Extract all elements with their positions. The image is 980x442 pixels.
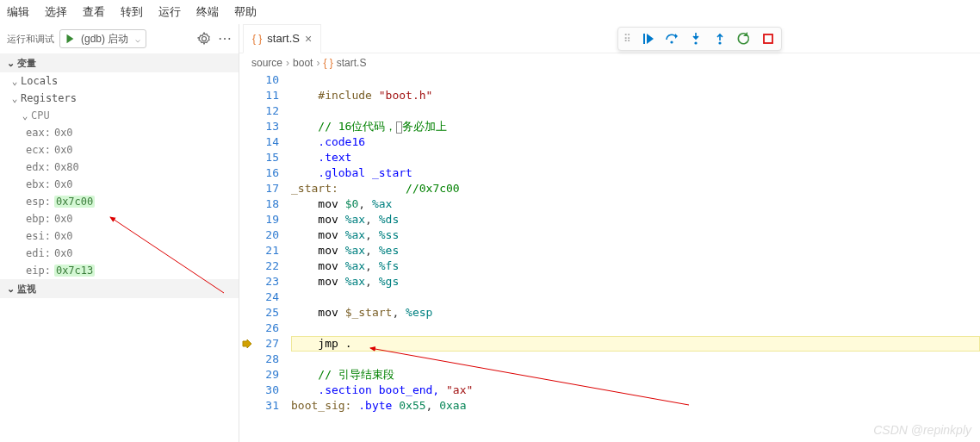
line-number[interactable]: 16 <box>255 165 291 181</box>
locals-node[interactable]: ⌄ Locals <box>0 72 239 90</box>
code-line[interactable]: // 引导结束段 <box>291 367 980 383</box>
chevron-right-icon: › <box>316 57 319 69</box>
code-line[interactable]: .text <box>291 150 980 165</box>
breadcrumbs[interactable]: source› boot› { } start.S <box>239 53 980 72</box>
close-icon[interactable]: × <box>305 32 312 46</box>
register-row[interactable]: eax: 0x0 <box>0 124 239 141</box>
code-line[interactable]: mov %ax, %gs <box>291 274 980 289</box>
line-number[interactable]: 19 <box>255 212 291 227</box>
step-out-button[interactable] <box>712 31 728 47</box>
register-row[interactable]: ebx: 0x0 <box>0 176 239 193</box>
register-value: 0x0 <box>54 230 73 242</box>
more-icon[interactable]: ⋯ <box>218 32 232 46</box>
line-number[interactable]: 10 <box>255 72 291 88</box>
register-row[interactable]: esi: 0x0 <box>0 227 239 245</box>
line-number[interactable]: 22 <box>255 258 291 274</box>
menu-item[interactable]: 编辑 <box>7 4 29 20</box>
line-number[interactable]: 31 <box>255 398 291 414</box>
register-row[interactable]: ebp: 0x0 <box>0 210 239 227</box>
stop-button[interactable] <box>760 31 776 47</box>
line-number[interactable]: 23 <box>255 274 291 289</box>
register-value: 0x0 <box>54 178 73 190</box>
register-row[interactable]: ecx: 0x0 <box>0 141 239 159</box>
code-line[interactable]: jmp . <box>291 336 980 352</box>
registers-node[interactable]: ⌄ Registers <box>0 90 239 107</box>
menu-item[interactable]: 终端 <box>196 4 219 20</box>
code-line[interactable]: // 16位代码，务必加上 <box>291 119 980 134</box>
line-number[interactable]: 30 <box>255 383 291 398</box>
line-number[interactable]: 21 <box>255 243 291 258</box>
debug-controls[interactable]: ⠿ <box>617 27 782 51</box>
code-line[interactable] <box>291 103 980 119</box>
line-number[interactable]: 13 <box>255 119 291 134</box>
line-number[interactable]: 27 <box>255 336 291 352</box>
section-variables[interactable]: ⌄ 变量 <box>0 53 239 72</box>
line-number[interactable]: 11 <box>255 88 291 103</box>
section-watch[interactable]: ⌄ 监视 <box>0 279 239 298</box>
launch-config-select[interactable]: (gdb) 启动 ⌵ <box>59 29 146 48</box>
line-number[interactable]: 26 <box>255 321 291 336</box>
code-line[interactable]: .section boot_end, "ax" <box>291 383 980 398</box>
line-number[interactable]: 18 <box>255 196 291 212</box>
crumb[interactable]: start.S <box>337 57 367 69</box>
crumb[interactable]: boot <box>293 57 313 69</box>
code-line[interactable] <box>291 321 980 336</box>
register-row[interactable]: esp: 0x7c00 <box>0 193 239 210</box>
code-line[interactable]: mov %ax, %fs <box>291 258 980 274</box>
continue-button[interactable] <box>640 31 655 47</box>
code-line[interactable]: mov %ax, %ss <box>291 227 980 243</box>
gear-icon[interactable] <box>197 32 211 46</box>
register-row[interactable]: edi: 0x0 <box>0 245 239 262</box>
line-number[interactable]: 28 <box>255 352 291 367</box>
menu-bar: 编辑选择查看转到运行终端帮助 <box>0 0 980 24</box>
crumb[interactable]: source <box>251 57 282 69</box>
code-line[interactable]: mov %ax, %es <box>291 243 980 258</box>
menu-item[interactable]: 运行 <box>158 4 181 20</box>
register-row[interactable]: eip: 0x7c13 <box>0 262 239 279</box>
menu-item[interactable]: 帮助 <box>234 4 257 20</box>
line-number[interactable]: 20 <box>255 227 291 243</box>
line-number[interactable]: 29 <box>255 367 291 383</box>
line-number[interactable]: 14 <box>255 134 291 150</box>
line-number[interactable]: 25 <box>255 305 291 321</box>
register-value: 0x0 <box>54 127 73 139</box>
code-line[interactable] <box>291 72 980 88</box>
line-number[interactable]: 17 <box>255 181 291 196</box>
chevron-down-icon: ⌄ <box>9 93 21 104</box>
section-title: 监视 <box>17 283 36 296</box>
line-number[interactable]: 12 <box>255 103 291 119</box>
step-into-button[interactable] <box>688 31 704 47</box>
code-line[interactable]: #include "boot.h" <box>291 88 980 103</box>
run-debug-label: 运行和调试 <box>7 33 54 46</box>
line-number[interactable]: 15 <box>255 150 291 165</box>
register-value: 0x0 <box>54 144 73 156</box>
step-over-button[interactable] <box>664 31 679 47</box>
code-line[interactable]: boot_sig: .byte 0x55, 0xaa <box>291 398 980 414</box>
grip-icon[interactable]: ⠿ <box>623 33 631 45</box>
register-value: 0x7c00 <box>54 196 95 208</box>
register-row[interactable]: edx: 0x80 <box>0 159 239 176</box>
code-line[interactable]: mov $_start, %esp <box>291 305 980 321</box>
code-line[interactable]: .global _start <box>291 165 980 181</box>
register-name: esp: <box>26 196 51 208</box>
register-name: eax: <box>26 127 51 139</box>
menu-item[interactable]: 选择 <box>45 4 67 20</box>
register-name: edx: <box>26 161 51 173</box>
code-line[interactable]: mov %ax, %ds <box>291 212 980 227</box>
cpu-group[interactable]: ⌄ CPU <box>0 107 239 124</box>
chevron-down-icon: ⌵ <box>132 34 144 44</box>
code-line[interactable] <box>291 289 980 305</box>
menu-item[interactable]: 查看 <box>83 4 105 20</box>
line-number[interactable]: 24 <box>255 289 291 305</box>
svg-point-2 <box>718 41 721 44</box>
registers-label: Registers <box>21 92 77 104</box>
menu-item[interactable]: 转到 <box>121 4 143 20</box>
code-line[interactable] <box>291 352 980 367</box>
code-line[interactable]: _start: //0x7c00 <box>291 181 980 196</box>
tab-start-s[interactable]: { } start.S × <box>243 24 321 53</box>
chevron-down-icon: ⌄ <box>5 58 16 69</box>
code-line[interactable]: mov $0, %ax <box>291 196 980 212</box>
code-editor[interactable]: 1011121314151617181920212223242526272829… <box>239 72 980 442</box>
code-line[interactable]: .code16 <box>291 134 980 150</box>
restart-button[interactable] <box>736 31 752 47</box>
